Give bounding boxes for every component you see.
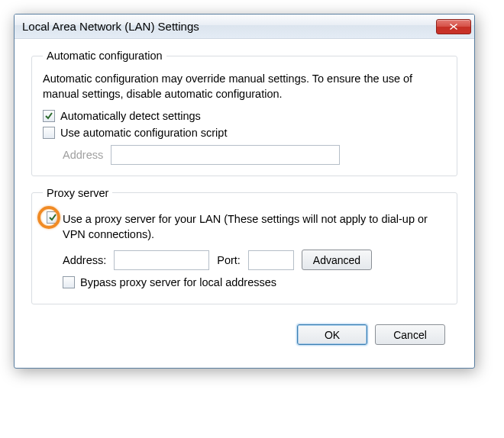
lan-settings-dialog: Local Area Network (LAN) Settings Automa… [14, 14, 475, 369]
auto-script-checkbox[interactable] [43, 127, 55, 139]
proxy-address-label: Address: [63, 254, 106, 266]
proxy-legend: Proxy server [43, 187, 112, 199]
checkmark-icon [44, 111, 53, 121]
use-proxy-label: Use a proxy server for your LAN (These s… [63, 211, 446, 243]
bypass-checkbox[interactable] [63, 276, 75, 288]
advanced-button[interactable]: Advanced [302, 250, 372, 270]
auto-script-label: Use automatic configuration script [60, 127, 227, 139]
automatic-configuration-group: Automatic configuration Automatic config… [31, 50, 457, 176]
close-button[interactable] [436, 19, 471, 34]
proxy-port-input[interactable] [248, 250, 294, 270]
proxy-server-group: Proxy server Use a proxy server for your… [31, 187, 457, 305]
checkmark-icon [48, 213, 57, 222]
auto-address-input[interactable] [111, 145, 340, 165]
cancel-button[interactable]: Cancel [375, 324, 445, 345]
bypass-label: Bypass proxy server for local addresses [80, 276, 276, 288]
auto-detect-checkbox[interactable] [43, 110, 55, 122]
titlebar[interactable]: Local Area Network (LAN) Settings [15, 14, 474, 39]
dialog-footer: OK Cancel [31, 315, 457, 357]
close-icon [449, 23, 458, 31]
window-title: Local Area Network (LAN) Settings [22, 20, 436, 33]
auto-legend: Automatic configuration [43, 50, 166, 62]
use-proxy-checkbox[interactable] [47, 211, 59, 224]
proxy-port-label: Port: [217, 254, 241, 266]
auto-description: Automatic configuration may override man… [43, 71, 446, 102]
auto-address-label: Address [63, 149, 103, 161]
auto-detect-label: Automatically detect settings [60, 110, 201, 122]
ok-button[interactable]: OK [297, 324, 367, 345]
proxy-address-input[interactable] [114, 250, 209, 270]
